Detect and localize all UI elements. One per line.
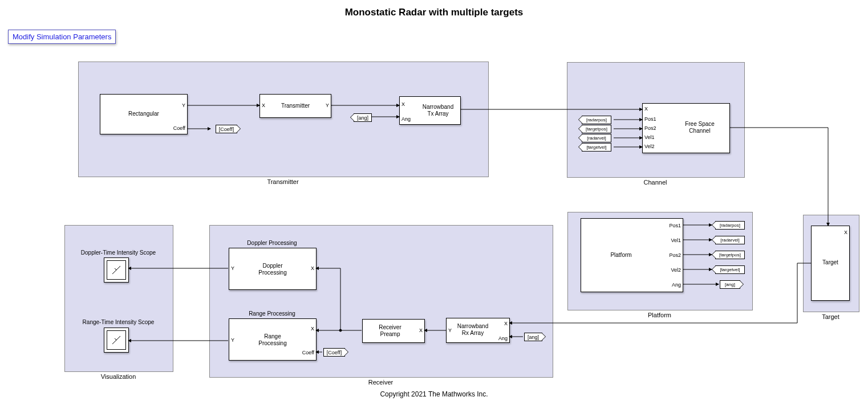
group-target-label: Target [803, 313, 858, 320]
modify-params-link[interactable]: Modify Simulation Parameters [8, 30, 116, 44]
block-preamp-name: ReceiverPreamp [363, 324, 417, 338]
block-freespace-name: Free SpaceChannel [671, 121, 728, 134]
port-rect-coeff: Coeff [173, 125, 185, 131]
group-receiver-label: Receiver [209, 379, 552, 386]
tag-targetvel-out[interactable]: [targetvel] [715, 265, 745, 274]
port-plat-ang: Ang [672, 282, 681, 288]
tag-radarpos-out[interactable]: [radarpos] [715, 221, 745, 230]
block-target[interactable]: Target X [811, 226, 850, 301]
port-rxarray-x: X [504, 321, 508, 326]
port-tx-x: X [262, 103, 265, 108]
port-range-coeff: Coeff [302, 350, 314, 355]
port-fs-vel1: Vel1 [644, 134, 655, 140]
port-rxarray-ang: Ang [498, 336, 508, 341]
block-transmitter-name: Transmitter [260, 103, 331, 109]
tag-radarvel-in[interactable]: [radarvel] [582, 134, 611, 142]
block-txarray[interactable]: NarrowbandTx Array X Ang [399, 96, 461, 125]
block-platform[interactable]: Platform Pos1 Vel1 Pos2 Vel2 Ang [581, 218, 683, 292]
port-rect-y: Y [182, 103, 185, 108]
group-platform-label: Platform [567, 312, 752, 318]
port-doppler-x: X [311, 265, 314, 271]
scope-icon [107, 260, 126, 280]
block-target-name: Target [812, 259, 849, 266]
tag-radarpos-in[interactable]: [radarpos] [582, 116, 611, 124]
port-plat-pos1: Pos1 [669, 223, 681, 228]
block-rectangular-name: Rectangular [100, 111, 187, 117]
port-fs-pos2: Pos2 [644, 125, 656, 131]
group-viz-label: Visualization [64, 373, 172, 380]
block-txarray-name: NarrowbandTx Array [416, 104, 460, 117]
block-doppler-name: DopplerProcessing [229, 263, 316, 276]
block-freespace[interactable]: Free SpaceChannel X Pos1 Pos2 Vel1 Vel2 [642, 103, 730, 153]
block-range-title: Range Processing [229, 310, 315, 317]
tag-targetpos-in[interactable]: [targetpos] [582, 125, 611, 133]
block-doppler-title: Doppler Processing [229, 240, 315, 247]
port-preamp-x: X [419, 328, 423, 333]
tag-coeff-in[interactable]: [Coeff] [323, 348, 345, 357]
group-transmitter-label: Transmitter [78, 178, 488, 185]
scope-icon [107, 330, 126, 350]
block-rxarray[interactable]: NarrowbandRx Array X Ang Y [446, 318, 510, 343]
block-transmitter[interactable]: Transmitter X Y [259, 94, 331, 118]
port-txarray-ang: Ang [401, 116, 411, 122]
tag-coeff-out[interactable]: [Coeff] [216, 125, 237, 133]
tag-radarvel-out[interactable]: [radarvel] [715, 236, 745, 244]
port-doppler-y: Y [231, 265, 234, 271]
block-rxarray-name: NarrowbandRx Array [447, 323, 499, 337]
tag-targetpos-out[interactable]: [targetpos] [715, 251, 745, 259]
port-txarray-x: X [401, 101, 405, 107]
port-plat-vel2: Vel2 [671, 267, 681, 273]
port-fs-pos1: Pos1 [644, 116, 656, 122]
block-doppler[interactable]: DopplerProcessing X Y [229, 248, 317, 290]
block-scope-doppler[interactable] [104, 257, 129, 283]
port-rxarray-y: Y [448, 328, 452, 333]
port-plat-vel1: Vel1 [671, 238, 681, 243]
block-range-name: RangeProcessing [229, 333, 316, 347]
block-platform-name: Platform [581, 252, 661, 259]
port-range-x: X [311, 326, 314, 332]
diagram-canvas: Monostatic Radar with multiple targets M… [0, 0, 868, 405]
block-preamp[interactable]: ReceiverPreamp X [362, 319, 425, 343]
tag-targetvel-in[interactable]: [targetvel] [582, 143, 611, 152]
block-rectangular[interactable]: Rectangular Y Coeff [100, 94, 188, 134]
port-range-y: Y [231, 337, 234, 343]
port-target-x: X [844, 230, 847, 235]
block-range[interactable]: RangeProcessing X Coeff Y [229, 318, 317, 361]
tag-ang-in-tx[interactable]: [ang] [354, 113, 372, 122]
copyright: Copyright 2021 The Mathworks Inc. [0, 390, 868, 398]
scope1-label: Doppler-Time Intensity Scope [64, 249, 172, 256]
tag-ang-in-rx[interactable]: [ang] [524, 333, 542, 341]
scope2-label: Range-Time Intensity Scope [64, 319, 172, 326]
diagram-title: Monostatic Radar with multiple targets [0, 7, 868, 18]
port-fs-vel2: Vel2 [644, 144, 655, 149]
port-plat-pos2: Pos2 [669, 252, 681, 258]
group-channel-label: Channel [567, 179, 744, 186]
port-fs-x: X [644, 106, 648, 112]
port-tx-y: Y [326, 103, 329, 108]
block-scope-range[interactable] [104, 328, 129, 353]
tag-ang-out[interactable]: [ang] [720, 280, 740, 289]
